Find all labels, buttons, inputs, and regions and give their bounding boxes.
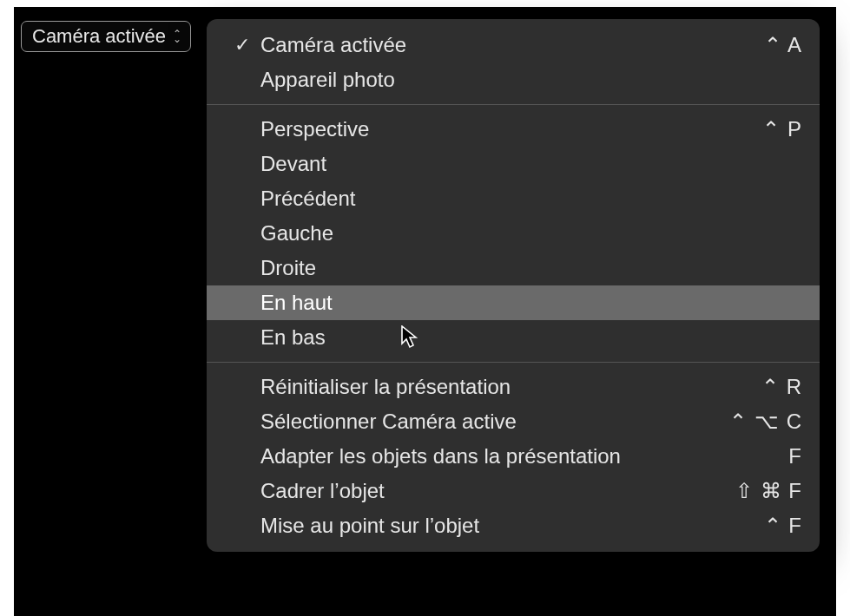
menu-item-label: Devant xyxy=(260,147,802,181)
menu-item-en-bas[interactable]: En bas xyxy=(207,320,820,355)
menu-item-shortcut: ⌃ F xyxy=(764,508,802,543)
menu-item-reinitialiser-la-presentation[interactable]: Réinitialiser la présentation⌃ R xyxy=(207,370,820,404)
menu-item-gauche[interactable]: Gauche xyxy=(207,216,820,251)
menu-item-label: Perspective xyxy=(260,112,762,147)
menu-item-label: Réinitialiser la présentation xyxy=(260,370,761,404)
menu-item-devant[interactable]: Devant xyxy=(207,147,820,181)
stepper-chevrons-icon: ⌃ ⌄ xyxy=(171,30,183,43)
menu-separator xyxy=(207,104,820,105)
menu-item-selectionner-camera-active[interactable]: Sélectionner Caméra active⌃ ⌥ C xyxy=(207,404,820,439)
menu-item-droite[interactable]: Droite xyxy=(207,251,820,285)
menu-item-label: Droite xyxy=(260,251,802,285)
menu-item-label: Cadrer l’objet xyxy=(260,474,735,508)
menu-item-en-haut[interactable]: En haut xyxy=(207,285,820,320)
menu-separator xyxy=(207,362,820,363)
menu-item-label: Sélectionner Caméra active xyxy=(260,404,729,439)
menu-item-label: En haut xyxy=(260,285,802,320)
camera-view-popup-button[interactable]: Caméra activée ⌃ ⌄ xyxy=(21,21,191,52)
menu-item-perspective[interactable]: Perspective⌃ P xyxy=(207,112,820,147)
menu-item-precedent[interactable]: Précédent xyxy=(207,181,820,216)
menu-item-cadrer-l-objet[interactable]: Cadrer l’objet⇧ ⌘ F xyxy=(207,474,820,508)
menu-item-mise-au-point-sur-l-objet[interactable]: Mise au point sur l’objet⌃ F xyxy=(207,508,820,543)
menu-item-label: Adapter les objets dans la présentation xyxy=(260,439,788,474)
menu-item-appareil-photo[interactable]: Appareil photo xyxy=(207,62,820,97)
menu-item-label: En bas xyxy=(260,320,802,355)
menu-item-label: Appareil photo xyxy=(260,62,802,97)
menu-item-camera-activee[interactable]: ✓Caméra activée⌃ A xyxy=(207,28,820,62)
camera-view-menu: ✓Caméra activée⌃ AAppareil photoPerspect… xyxy=(207,19,820,552)
menu-item-shortcut: F xyxy=(788,439,802,474)
menu-item-shortcut: ⌃ ⌥ C xyxy=(729,404,802,439)
menu-item-shortcut: ⇧ ⌘ F xyxy=(735,474,802,508)
menu-item-label: Précédent xyxy=(260,181,802,216)
menu-item-label: Caméra activée xyxy=(260,28,764,62)
menu-item-shortcut: ⌃ A xyxy=(764,28,802,62)
menu-item-label: Gauche xyxy=(260,216,802,251)
app-window: Caméra activée ⌃ ⌄ ✓Caméra activée⌃ AApp… xyxy=(0,0,850,616)
checkmark-icon: ✓ xyxy=(224,28,260,62)
menu-item-shortcut: ⌃ R xyxy=(761,370,802,404)
menu-item-adapter-les-objets-dans-la-presentation[interactable]: Adapter les objets dans la présentationF xyxy=(207,439,820,474)
camera-view-popup-label: Caméra activée xyxy=(32,25,166,48)
menu-item-shortcut: ⌃ P xyxy=(762,112,802,147)
menu-item-label: Mise au point sur l’objet xyxy=(260,508,764,543)
